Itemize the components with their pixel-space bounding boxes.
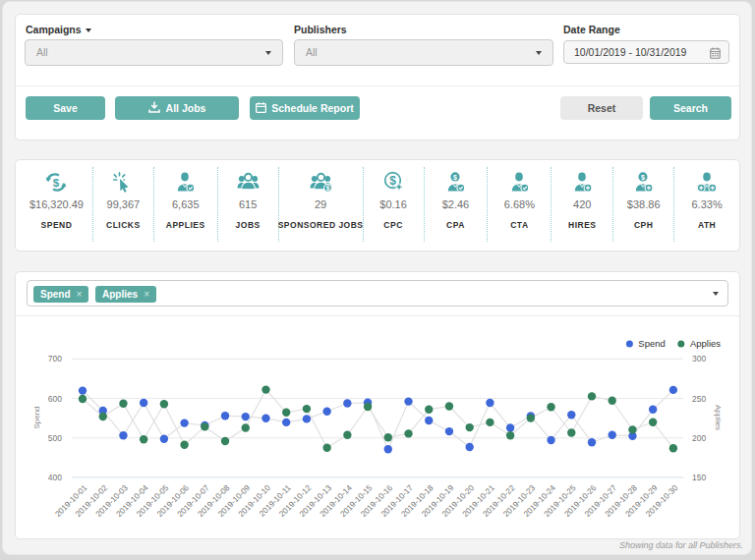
svg-text:$: $ bbox=[53, 177, 60, 189]
svg-text:Spend: Spend bbox=[638, 338, 665, 349]
svg-text:Applies: Applies bbox=[690, 338, 721, 349]
svg-text:700: 700 bbox=[48, 354, 62, 364]
svg-text:500: 500 bbox=[48, 433, 62, 443]
svg-text:200: 200 bbox=[692, 433, 706, 443]
svg-text:400: 400 bbox=[48, 473, 62, 482]
svg-text:250: 250 bbox=[692, 394, 706, 404]
svg-text:300: 300 bbox=[692, 354, 706, 364]
svg-text:$: $ bbox=[641, 174, 645, 182]
svg-text:Applies: Applies bbox=[714, 405, 723, 430]
svg-text:600: 600 bbox=[48, 394, 62, 404]
svg-text:Spend: Spend bbox=[32, 406, 41, 428]
svg-text:$: $ bbox=[453, 174, 457, 182]
svg-text:$: $ bbox=[325, 185, 329, 193]
svg-text:$: $ bbox=[389, 174, 396, 188]
svg-text:150: 150 bbox=[692, 473, 706, 482]
